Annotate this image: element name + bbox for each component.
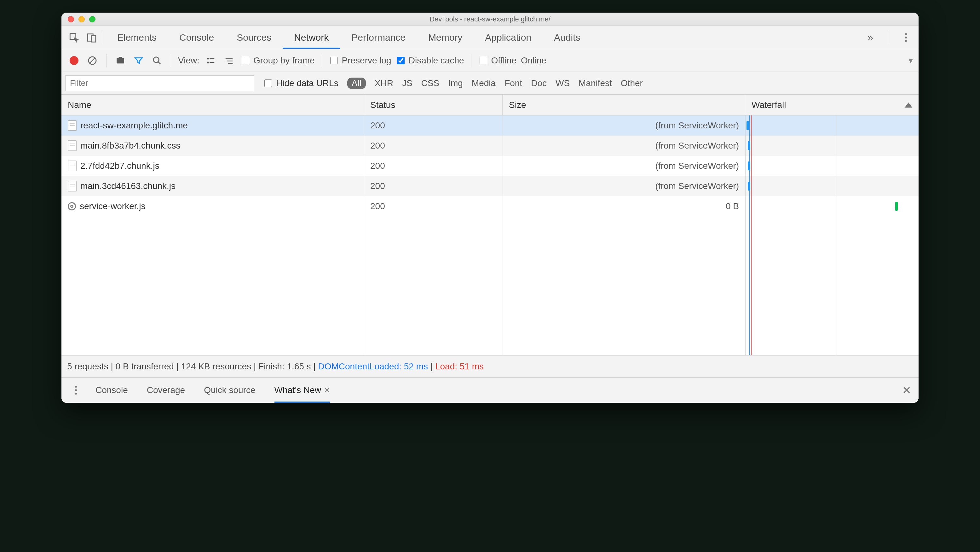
online-select[interactable]: Online: [521, 56, 546, 65]
svg-line-8: [158, 62, 161, 64]
table-row[interactable]: main.8fb3a7b4.chunk.css200(from ServiceW…: [62, 136, 918, 156]
drawer-tab-coverage[interactable]: Coverage: [147, 378, 185, 403]
filter-toggle-icon[interactable]: [132, 54, 146, 67]
table-row[interactable]: react-sw-example.glitch.me200(from Servi…: [62, 115, 918, 136]
svg-rect-6: [119, 57, 122, 58]
summary-dcl: DOMContentLoaded: 52 ms: [318, 362, 428, 372]
sort-asc-icon: [905, 102, 912, 108]
large-rows-icon[interactable]: [204, 54, 218, 67]
overview-icon[interactable]: [222, 54, 236, 67]
column-status[interactable]: Status: [364, 95, 503, 115]
device-toolbar-icon[interactable]: [83, 29, 100, 46]
request-size: (from ServiceWorker): [503, 136, 745, 156]
svg-point-7: [153, 57, 159, 62]
request-waterfall: [745, 136, 918, 156]
filter-input[interactable]: [65, 75, 254, 91]
summary-load: Load: 51 ms: [435, 362, 484, 372]
column-size[interactable]: Size: [503, 95, 745, 115]
filter-type-img[interactable]: Img: [448, 78, 463, 88]
filter-bar: Hide data URLs AllXHRJSCSSImgMediaFontDo…: [62, 72, 918, 95]
group-by-frame-checkbox[interactable]: Group by frame: [240, 56, 315, 65]
drawer-tab-what-s-new[interactable]: What's New×: [274, 378, 330, 403]
devtools-window: DevTools - react-sw-example.glitch.me/ E…: [62, 13, 918, 403]
drawer-tab-console[interactable]: Console: [95, 378, 128, 403]
request-status: 200: [364, 115, 503, 136]
document-icon: [68, 161, 76, 171]
filter-type-all[interactable]: All: [347, 78, 366, 89]
tab-sources[interactable]: Sources: [225, 26, 283, 49]
request-size: (from ServiceWorker): [503, 115, 745, 136]
filter-type-font[interactable]: Font: [504, 78, 522, 88]
preserve-log-checkbox[interactable]: Preserve log: [329, 56, 391, 65]
column-name[interactable]: Name: [62, 95, 364, 115]
hide-data-urls-checkbox[interactable]: Hide data URLs: [263, 78, 339, 88]
close-icon[interactable]: ×: [324, 385, 330, 396]
view-label: View:: [178, 56, 199, 65]
search-icon[interactable]: [150, 54, 164, 67]
summary-resources: 124 KB resources: [181, 362, 251, 372]
summary-bar: 5 requests | 0 B transferred | 124 KB re…: [62, 356, 918, 378]
drawer-menu-icon[interactable]: [69, 383, 83, 397]
capture-screenshots-icon[interactable]: [113, 54, 127, 67]
inspect-element-icon[interactable]: [65, 29, 83, 46]
filter-type-css[interactable]: CSS: [421, 78, 439, 88]
filter-type-doc[interactable]: Doc: [531, 78, 547, 88]
disable-cache-checkbox[interactable]: Disable cache: [396, 56, 464, 65]
more-tabs-icon[interactable]: »: [862, 29, 879, 46]
request-status: 200: [364, 196, 503, 216]
request-size: (from ServiceWorker): [503, 156, 745, 176]
svg-rect-5: [116, 58, 124, 64]
summary-transferred: 0 B transferred: [116, 362, 174, 372]
request-name: main.3cd46163.chunk.js: [80, 181, 175, 191]
summary-requests: 5 requests: [67, 362, 108, 372]
gear-icon: [68, 202, 76, 211]
filter-type-js[interactable]: JS: [402, 78, 412, 88]
table-row[interactable]: service-worker.js2000 B: [62, 196, 918, 216]
svg-rect-12: [210, 62, 214, 63]
document-icon: [68, 120, 76, 131]
column-waterfall[interactable]: Waterfall: [745, 95, 918, 115]
request-waterfall: [745, 115, 918, 136]
settings-kebab-icon[interactable]: [897, 29, 915, 46]
svg-rect-11: [207, 62, 209, 63]
table-row[interactable]: 2.7fdd42b7.chunk.js200(from ServiceWorke…: [62, 156, 918, 176]
offline-checkbox[interactable]: Offline: [478, 56, 517, 65]
request-name: service-worker.js: [80, 201, 145, 211]
filter-type-other[interactable]: Other: [621, 78, 643, 88]
svg-rect-10: [210, 58, 214, 59]
table-row[interactable]: main.3cd46163.chunk.js200(from ServiceWo…: [62, 176, 918, 196]
panel-tabs: ElementsConsoleSourcesNetworkPerformance…: [62, 26, 918, 49]
throttling-dropdown-icon[interactable]: ▾: [908, 55, 913, 65]
tab-elements[interactable]: Elements: [106, 26, 168, 49]
tab-memory[interactable]: Memory: [417, 26, 474, 49]
table-body: react-sw-example.glitch.me200(from Servi…: [62, 115, 918, 355]
titlebar: DevTools - react-sw-example.glitch.me/: [62, 13, 918, 26]
request-size: 0 B: [503, 196, 745, 216]
network-table: Name Status Size Waterfall react-sw-exam…: [62, 95, 918, 356]
tab-performance[interactable]: Performance: [340, 26, 417, 49]
tab-audits[interactable]: Audits: [542, 26, 592, 49]
request-name: react-sw-example.glitch.me: [80, 121, 188, 131]
document-icon: [68, 181, 76, 191]
document-icon: [68, 140, 76, 151]
request-name: 2.7fdd42b7.chunk.js: [80, 161, 159, 171]
clear-button[interactable]: [85, 54, 99, 67]
request-name: main.8fb3a7b4.chunk.css: [80, 141, 181, 151]
tab-network[interactable]: Network: [283, 26, 340, 49]
request-waterfall: [745, 156, 918, 176]
tab-console[interactable]: Console: [168, 26, 225, 49]
request-status: 200: [364, 156, 503, 176]
request-waterfall: [745, 176, 918, 196]
tab-application[interactable]: Application: [474, 26, 542, 49]
filter-type-ws[interactable]: WS: [555, 78, 570, 88]
drawer-tab-quick-source[interactable]: Quick source: [204, 378, 255, 403]
record-button[interactable]: [67, 54, 81, 67]
request-status: 200: [364, 176, 503, 196]
request-size: (from ServiceWorker): [503, 176, 745, 196]
filter-type-media[interactable]: Media: [472, 78, 496, 88]
filter-type-xhr[interactable]: XHR: [375, 78, 393, 88]
request-waterfall: [745, 196, 918, 216]
drawer-close-icon[interactable]: ✕: [902, 384, 911, 397]
filter-type-manifest[interactable]: Manifest: [579, 78, 612, 88]
summary-finish: Finish: 1.65 s: [258, 362, 311, 372]
